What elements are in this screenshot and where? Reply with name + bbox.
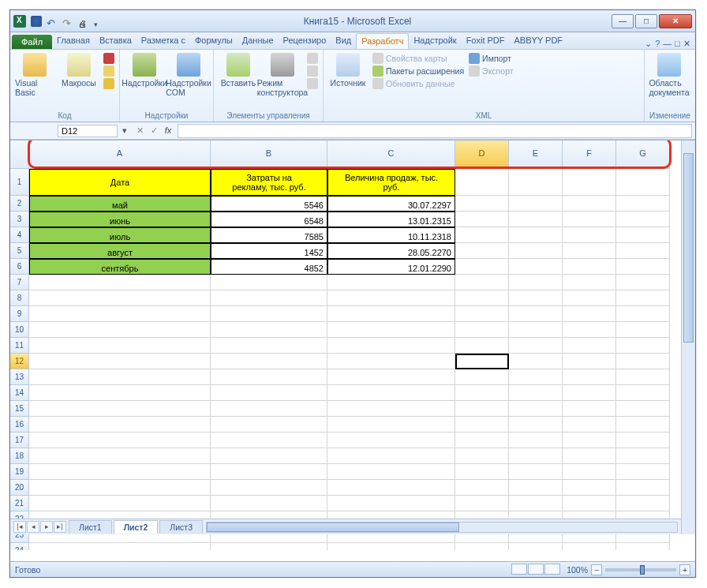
cell[interactable]	[616, 212, 670, 227]
cell-B4[interactable]: 7585	[211, 227, 327, 243]
cell[interactable]	[509, 496, 563, 511]
zoom-level[interactable]: 100%	[567, 565, 588, 575]
cell[interactable]	[455, 322, 509, 338]
cell[interactable]	[29, 322, 211, 338]
row-header-1[interactable]: 1	[10, 169, 29, 196]
row-header-24[interactable]: 24	[10, 543, 29, 550]
cell[interactable]	[327, 290, 455, 306]
row-header-14[interactable]: 14	[10, 385, 29, 401]
cell[interactable]	[509, 243, 563, 259]
column-header-F[interactable]: F	[563, 140, 616, 169]
row-header-6[interactable]: 6	[10, 259, 29, 275]
undo-icon[interactable]	[47, 16, 58, 27]
cell[interactable]	[455, 496, 509, 511]
select-all-corner[interactable]	[10, 140, 29, 169]
print-icon[interactable]	[78, 16, 89, 27]
cell[interactable]	[509, 464, 563, 480]
cell[interactable]	[563, 227, 616, 243]
cell[interactable]	[211, 464, 327, 480]
cell[interactable]	[455, 448, 509, 464]
cell[interactable]	[616, 306, 670, 322]
cell-B5[interactable]: 1452	[211, 243, 327, 259]
help-icon[interactable]: ?	[655, 39, 660, 49]
cell[interactable]	[455, 480, 509, 496]
cell-A4[interactable]: июль	[29, 227, 211, 243]
cell[interactable]	[327, 322, 455, 338]
cell[interactable]	[509, 369, 563, 385]
cell[interactable]	[327, 338, 455, 354]
cell[interactable]	[616, 338, 670, 354]
cell[interactable]	[211, 417, 327, 433]
cell[interactable]	[616, 322, 670, 338]
cell-A2[interactable]: май	[29, 196, 211, 212]
tab-Вставка[interactable]: Вставка	[95, 33, 137, 49]
cell[interactable]	[211, 448, 327, 464]
document-panel-button[interactable]: Область документа	[649, 53, 689, 97]
cell[interactable]	[509, 417, 563, 433]
cell[interactable]	[29, 306, 211, 322]
sheet-tab-Лист1[interactable]: Лист1	[69, 520, 112, 534]
cell[interactable]	[509, 212, 563, 227]
cell[interactable]	[563, 306, 616, 322]
horizontal-scrollbar[interactable]	[206, 522, 678, 533]
row-header-8[interactable]: 8	[10, 290, 29, 306]
relative-ref-button[interactable]	[103, 66, 114, 77]
zoom-in-button[interactable]: +	[679, 564, 690, 575]
cell[interactable]	[455, 385, 509, 401]
cell[interactable]	[29, 290, 211, 306]
cell[interactable]	[509, 480, 563, 496]
cell[interactable]	[455, 338, 509, 354]
cell[interactable]	[211, 401, 327, 417]
cell[interactable]	[509, 433, 563, 448]
cell[interactable]	[29, 417, 211, 433]
cell[interactable]	[211, 306, 327, 322]
cell[interactable]	[327, 448, 455, 464]
cell[interactable]	[327, 385, 455, 401]
row-header-10[interactable]: 10	[10, 322, 29, 338]
column-header-D[interactable]: D	[455, 140, 509, 169]
tab-Главная[interactable]: Главная	[52, 33, 95, 49]
cell[interactable]	[616, 401, 670, 417]
cell[interactable]	[563, 259, 616, 275]
cell[interactable]	[455, 306, 509, 322]
record-macro-button[interactable]	[103, 53, 114, 64]
run-dialog-button[interactable]	[307, 78, 318, 89]
tab-Разметка с[interactable]: Разметка с	[137, 33, 190, 49]
cell[interactable]	[455, 417, 509, 433]
cell[interactable]	[563, 369, 616, 385]
cell[interactable]	[455, 290, 509, 306]
column-header-A[interactable]: A	[29, 140, 211, 169]
cell-A1[interactable]: Дата	[29, 169, 211, 196]
row-header-5[interactable]: 5	[10, 243, 29, 259]
cell[interactable]	[563, 275, 616, 290]
cell[interactable]	[29, 433, 211, 448]
cell[interactable]	[616, 496, 670, 511]
doc-close-icon[interactable]: ✕	[683, 39, 690, 49]
cell[interactable]	[563, 417, 616, 433]
cell[interactable]	[509, 196, 563, 212]
insert-control-button[interactable]: Вставить	[219, 53, 258, 88]
row-header-3[interactable]: 3	[10, 212, 29, 227]
cell[interactable]	[455, 259, 509, 275]
cell-A5[interactable]: август	[29, 243, 211, 259]
cell[interactable]	[509, 275, 563, 290]
cell[interactable]	[563, 169, 616, 196]
cell[interactable]	[563, 322, 616, 338]
design-mode-button[interactable]: Режим конструктора	[263, 53, 302, 97]
cell[interactable]	[509, 169, 563, 196]
cell[interactable]	[327, 464, 455, 480]
cell[interactable]	[563, 496, 616, 511]
row-header-12[interactable]: 12	[10, 354, 29, 369]
row-header-15[interactable]: 15	[10, 401, 29, 417]
cell[interactable]	[29, 464, 211, 480]
cell[interactable]	[327, 543, 455, 550]
cell[interactable]	[455, 464, 509, 480]
cell[interactable]	[563, 385, 616, 401]
cell[interactable]	[327, 275, 455, 290]
vertical-scrollbar[interactable]	[681, 140, 695, 534]
com-addins-button[interactable]: Надстройки COM	[169, 53, 208, 97]
cell[interactable]	[455, 275, 509, 290]
cell[interactable]	[327, 401, 455, 417]
row-header-13[interactable]: 13	[10, 369, 29, 385]
row-header-17[interactable]: 17	[10, 433, 29, 448]
